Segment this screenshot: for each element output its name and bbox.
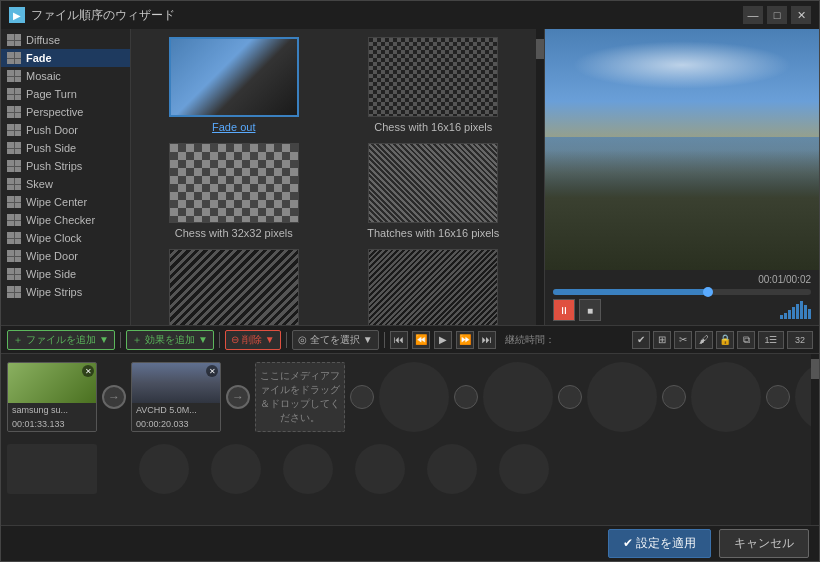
vol-bar-2 [784,313,787,319]
toolbar-sep-2 [219,332,220,348]
empty-arrow-3 [555,362,585,432]
chess16-visual [369,38,497,116]
crop-button[interactable]: ⊞ [653,331,671,349]
row2-circle-4 [355,444,405,494]
scrollbar-thumb [536,39,544,59]
transition-item-chess32[interactable]: Chess with 32x32 pixels [139,143,329,239]
transition-slot-2 [454,385,478,409]
timeline-area: ＋ ファイルを追加 ▼ ＋ 効果を追加 ▼ ⊖ 削除 ▼ ◎ 全てを選択 ▼ [1,325,819,525]
transition-item-chess16[interactable]: Chess with 16x16 pixels [339,37,529,133]
play-button[interactable]: ▶ [434,331,452,349]
clip-1-close[interactable]: ✕ [82,365,94,377]
transition-thumb-thatches16 [368,143,498,223]
sidebar-item-diffuse[interactable]: Diffuse [1,31,130,49]
scissors-button[interactable]: ✂ [674,331,692,349]
sidebar-item-pageturn[interactable]: Page Turn [1,85,130,103]
checkmark-button[interactable]: ✔ [632,331,650,349]
skip-end-button[interactable]: ⏭ [478,331,496,349]
empty-arrow-4 [659,362,689,432]
timeline-track-bottom [1,440,811,498]
sidebar-item-fade[interactable]: Fade [1,49,130,67]
row2-circle-5 [427,444,477,494]
clip-2[interactable]: AVCHD 5.0M... 00:00:20.033 ✕ [131,362,221,432]
transition-item-thatches16[interactable]: Thatches with 16x16 pixels [339,143,529,239]
apply-button[interactable]: ✔ 設定を適用 [608,529,711,558]
vol-bar-1 [780,315,783,319]
bottom-bar: ✔ 設定を適用 キャンセル [1,525,819,561]
select-all-arrow: ▼ [363,334,373,345]
sidebar-item-pushside[interactable]: Push Side [1,139,130,157]
transition-arrow-2: → [223,362,253,432]
clip-1[interactable]: samsung su... 00:01:33.133 ✕ [7,362,97,432]
preview-progress-thumb [703,287,713,297]
transition-item-thatches32[interactable]: Thatches with 32x32 pixels [139,249,329,325]
row2-circle-1 [139,444,189,494]
transition-thumb-thatches32 [169,249,299,325]
sidebar-item-perspective[interactable]: Perspective [1,103,130,121]
timeline-scroll[interactable]: samsung su... 00:01:33.133 ✕ → AVCHD 5.0… [1,354,811,525]
sidebar-item-wipecenter[interactable]: Wipe Center [1,193,130,211]
add-file-button[interactable]: ＋ ファイルを追加 ▼ [7,330,115,350]
transition-slot-3 [558,385,582,409]
sidebar-item-mosaic[interactable]: Mosaic [1,67,130,85]
transition-label-chess16: Chess with 16x16 pixels [374,121,492,133]
skip-start-button[interactable]: ⏮ [390,331,408,349]
sidebar-item-pushdoor[interactable]: Push Door [1,121,130,139]
add-file-icon: ＋ [13,333,23,347]
paint-button[interactable]: 🖌 [695,331,713,349]
sidebar-item-skew[interactable]: Skew [1,175,130,193]
restore-button[interactable]: □ [767,6,787,24]
sidebar-item-pushstrips[interactable]: Push Strips [1,157,130,175]
timeline-scrollbar[interactable] [811,354,819,525]
transition-label-thatches16: Thatches with 16x16 pixels [367,227,499,239]
sidebar-icon-fade [7,52,21,64]
transition-item-spiner16[interactable]: Spiner with 16x16 pixels [339,249,529,325]
window-title: ファイル順序のウィザード [31,7,175,24]
add-effect-button[interactable]: ＋ 効果を追加 ▼ [126,330,214,350]
empty-arrow-1 [347,362,377,432]
vol-bar-4 [792,307,795,319]
close-button[interactable]: ✕ [791,6,811,24]
delete-button[interactable]: ⊖ 削除 ▼ [225,330,281,350]
transition-slot-1 [350,385,374,409]
rewind-button[interactable]: ⏪ [412,331,430,349]
preview-progress-bar[interactable] [553,289,811,295]
volume-bars [780,301,811,319]
sidebar-item-wipechecker[interactable]: Wipe Checker [1,211,130,229]
preview-time-display: 00:01/00:02 [553,274,811,285]
transition-label-chess32: Chess with 32x32 pixels [175,227,293,239]
clip-2-close[interactable]: ✕ [206,365,218,377]
main-window: ▶ ファイル順序のウィザード — □ ✕ Diffuse Fade Mosaic [0,0,820,562]
preview-panel: 00:01/00:02 ⏸ ■ [544,29,819,325]
pause-button[interactable]: ⏸ [553,299,575,321]
empty-arrow-5 [763,362,793,432]
sidebar-item-wipestrips[interactable]: Wipe Strips [1,283,130,301]
sidebar-icon-wipestrips [7,286,21,298]
copy-button[interactable]: ⧉ [737,331,755,349]
sidebar-item-wipeside[interactable]: Wipe Side [1,265,130,283]
clip-1-name: samsung su... [8,403,96,417]
minimize-button[interactable]: — [743,6,763,24]
sidebar-item-wipeclock[interactable]: Wipe Clock [1,229,130,247]
lock-button[interactable]: 🔒 [716,331,734,349]
transitions-scrollbar[interactable] [536,29,544,325]
transition-item-fadeout[interactable]: Fade out [139,37,329,133]
preview-video [545,29,819,270]
drop-zone[interactable]: ここにメディアファイルをドラッグ＆ドロップしてください。 [255,362,345,432]
cancel-button[interactable]: キャンセル [719,529,809,558]
sidebar: Diffuse Fade Mosaic Page Turn Perspectiv… [1,29,131,325]
app-icon: ▶ [9,7,25,23]
stop-button[interactable]: ■ [579,299,601,321]
delete-arrow: ▼ [265,334,275,345]
fast-forward-button[interactable]: ⏩ [456,331,474,349]
fps2-button[interactable]: 32 [787,331,813,349]
sidebar-item-wipedoor[interactable]: Wipe Door [1,247,130,265]
row2-circle-6 [499,444,549,494]
preview-clouds [572,41,791,89]
titlebar: ▶ ファイル順序のウィザード — □ ✕ [1,1,819,29]
select-all-button[interactable]: ◎ 全てを選択 ▼ [292,330,379,350]
clip-2-name: AVCHD 5.0M... [132,403,220,417]
add-file-arrow: ▼ [99,334,109,345]
fps1-button[interactable]: 1☰ [758,331,784,349]
select-all-icon: ◎ [298,334,307,345]
